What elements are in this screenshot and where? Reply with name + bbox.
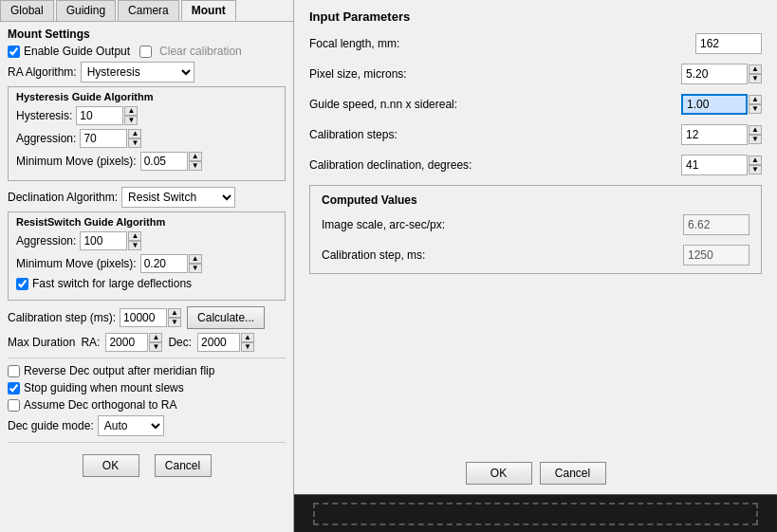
cal-step-label: Calibration step (ms): (8, 311, 116, 324)
ra-max-spin-up[interactable]: ▲ (149, 333, 162, 342)
black-strip (294, 494, 777, 532)
pixel-size-input[interactable] (681, 64, 748, 84)
min-move-input[interactable] (140, 152, 188, 171)
ra-max-input[interactable] (105, 333, 148, 352)
fast-switch-checkbox[interactable] (16, 278, 28, 290)
cal-steps-spin-down[interactable]: ▼ (749, 135, 762, 144)
image-scale-label: Image scale, arc-sec/px: (322, 218, 683, 231)
cal-step-ms-label: Calibration step, ms: (322, 248, 683, 262)
dec-algorithm-label: Declination Algorithm: (8, 191, 118, 204)
reverse-dec-checkbox[interactable] (8, 365, 20, 377)
cal-steps-spin-up[interactable]: ▲ (749, 125, 762, 135)
ra-algorithm-label: RA Algorithm: (8, 65, 77, 79)
rs-aggression-label: Aggression: (16, 234, 76, 248)
min-move-spin-up[interactable]: ▲ (189, 152, 202, 161)
dec-guide-mode-select[interactable]: Auto North South Off (98, 415, 164, 436)
min-move-label: Minimum Move (pixels): (16, 155, 137, 168)
focal-length-label: Focal length, mm: (309, 37, 695, 50)
cal-step-spin-down[interactable]: ▼ (168, 318, 181, 327)
fast-switch-label: Fast switch for large deflections (32, 277, 192, 290)
ra-label: RA: (81, 336, 100, 349)
rs-aggression-spin-down[interactable]: ▼ (128, 241, 141, 250)
right-cancel-button[interactable]: Cancel (540, 462, 606, 485)
image-scale-value (683, 214, 749, 235)
rs-min-move-label: Minimum Move (pixels): (16, 257, 137, 270)
input-params-title: Input Parameters (309, 9, 762, 24)
tab-mount[interactable]: Mount (181, 0, 236, 21)
pixel-size-spin-down[interactable]: ▼ (749, 74, 762, 83)
tab-global[interactable]: Global (0, 0, 54, 21)
right-ok-button[interactable]: OK (466, 462, 532, 485)
min-move-spin-down[interactable]: ▼ (189, 161, 202, 171)
hysteresis-spin-down[interactable]: ▼ (124, 116, 138, 125)
guide-speed-spin-up[interactable]: ▲ (749, 95, 762, 104)
dec-guide-mode-label: Dec guide mode: (8, 419, 94, 432)
pixel-size-label: Pixel size, microns: (309, 67, 681, 81)
dec-algorithm-select[interactable]: Resist Switch Hysteresis LowPass None (121, 187, 235, 208)
left-cancel-button[interactable]: Cancel (155, 454, 212, 477)
tab-camera[interactable]: Camera (118, 0, 179, 21)
guide-speed-spin-down[interactable]: ▼ (749, 104, 762, 114)
tab-guiding[interactable]: Guiding (56, 0, 116, 21)
aggression-label: Aggression: (16, 132, 76, 145)
enable-guide-output-checkbox[interactable] (8, 46, 20, 58)
resist-switch-group-label: ResistSwitch Guide Algorithm (16, 216, 277, 228)
calculate-button[interactable]: Calculate... (187, 306, 265, 329)
cal-step-spin-up[interactable]: ▲ (168, 308, 181, 318)
ra-max-spin-down[interactable]: ▼ (149, 342, 162, 352)
rs-min-move-spin-up[interactable]: ▲ (189, 254, 202, 264)
cal-step-input[interactable] (120, 308, 167, 327)
rs-aggression-spin-up[interactable]: ▲ (128, 231, 141, 241)
cal-dec-spin-down[interactable]: ▼ (749, 165, 762, 174)
focal-length-input[interactable] (695, 33, 762, 54)
guide-speed-label: Guide speed, n.nn x sidereal: (309, 98, 681, 111)
left-ok-button[interactable]: OK (83, 454, 139, 477)
reverse-dec-label: Reverse Dec output after meridian flip (24, 364, 214, 377)
ra-algorithm-select[interactable]: Hysteresis ResistSwitch LowPass LowPass2… (81, 62, 194, 83)
cal-steps-input[interactable] (681, 124, 748, 145)
cal-steps-label: Calibration steps: (309, 128, 681, 141)
hysteresis-spin-up[interactable]: ▲ (124, 106, 138, 116)
assume-dec-checkbox[interactable] (8, 399, 20, 412)
aggression-input[interactable] (80, 129, 127, 148)
stop-guiding-checkbox[interactable] (8, 382, 20, 394)
stop-guiding-label: Stop guiding when mount slews (24, 381, 184, 394)
max-duration-label: Max Duration (8, 336, 75, 349)
aggression-spin-down[interactable]: ▼ (128, 138, 141, 148)
cal-step-ms-value (683, 245, 749, 266)
hysteresis-input[interactable] (76, 106, 123, 125)
dec-label: Dec: (168, 336, 192, 349)
dec-max-input[interactable] (197, 333, 240, 352)
pixel-size-spin-up[interactable]: ▲ (749, 64, 762, 74)
hysteresis-label: Hysteresis: (16, 109, 72, 122)
clear-calibration-checkbox[interactable] (139, 46, 152, 58)
aggression-spin-up[interactable]: ▲ (128, 129, 141, 138)
enable-guide-output-label: Enable Guide Output (24, 45, 130, 58)
guide-speed-input[interactable] (681, 94, 748, 115)
computed-title: Computed Values (322, 193, 749, 207)
cal-dec-label: Calibration declination, degrees: (309, 158, 681, 172)
rs-min-move-spin-down[interactable]: ▼ (189, 264, 202, 273)
clear-calibration-label: Clear calibration (159, 45, 242, 58)
dec-max-spin-down[interactable]: ▼ (241, 342, 254, 352)
cal-dec-input[interactable] (681, 155, 748, 175)
assume-dec-label: Assume Dec orthogonal to RA (24, 398, 176, 412)
rs-aggression-input[interactable] (80, 231, 127, 250)
hysteresis-group-label: Hysteresis Guide Algorithm (16, 91, 277, 102)
cal-dec-spin-up[interactable]: ▲ (749, 156, 762, 165)
rs-min-move-input[interactable] (140, 254, 188, 273)
dec-max-spin-up[interactable]: ▲ (241, 333, 254, 342)
mount-settings-label: Mount Settings (8, 28, 286, 41)
